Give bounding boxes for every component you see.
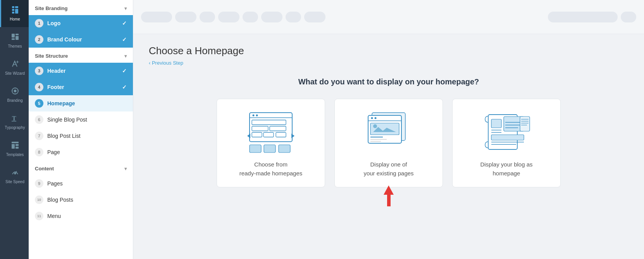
site-wizard-icon [11, 60, 19, 69]
svg-rect-8 [12, 38, 15, 40]
typography-icon: T [11, 114, 19, 123]
topbar-pill-4 [218, 12, 239, 22]
svg-rect-30 [250, 145, 261, 153]
sidebar-item-blog-posts[interactable]: 10 Blog Posts [29, 192, 133, 208]
site-branding-chevron: ▾ [124, 6, 127, 11]
step-num-4: 4 [35, 83, 43, 91]
topbar-pill-6 [261, 12, 282, 22]
svg-rect-53 [491, 135, 524, 140]
nav-item-site-wizard[interactable]: Site Wizard [0, 54, 29, 81]
svg-rect-50 [491, 119, 501, 128]
svg-point-11 [14, 90, 16, 93]
svg-rect-2 [12, 12, 14, 14]
card-label-blog: Display your blog as homepage [480, 160, 532, 178]
svg-rect-15 [12, 144, 15, 149]
content-section-header[interactable]: Content ▾ [29, 160, 133, 175]
sidebar-label-header: Header [47, 68, 118, 74]
topbar-pill-7 [286, 12, 301, 22]
sidebar-label-logo: Logo [47, 20, 118, 26]
svg-rect-26 [270, 126, 286, 131]
topbar-btn [621, 12, 636, 22]
topbar-pill-8 [304, 12, 325, 22]
svg-rect-17 [15, 147, 19, 149]
cards-container: Choose from ready-made homepages [149, 99, 629, 187]
topbar-search [548, 12, 618, 22]
sidebar-label-blog-post-list: Blog Post List [47, 133, 127, 139]
sidebar-label-homepage: Homepage [47, 100, 127, 106]
svg-point-41 [373, 124, 377, 128]
main-content: Choose a Homepage Previous Step What do … [133, 0, 644, 259]
card-ready-made[interactable]: Choose from ready-made homepages [217, 99, 325, 187]
sidebar-item-logo[interactable]: 1 Logo ✓ [29, 15, 133, 31]
svg-rect-28 [263, 132, 274, 137]
branding-icon [11, 87, 19, 96]
sidebar-label-pages: Pages [47, 180, 127, 187]
nav-label-typography: Typography [5, 125, 25, 130]
site-structure-header[interactable]: Site Structure ▾ [29, 48, 133, 63]
sidebar-label-page: Page [47, 149, 127, 155]
card-icon-existing-pages [365, 111, 412, 153]
topbar-right [548, 12, 636, 22]
step-num-10: 10 [35, 196, 43, 204]
sidebar-label-blog-posts: Blog Posts [47, 197, 127, 203]
sidebar-label-footer: Footer [47, 84, 118, 90]
nav-item-typography[interactable]: T Typography [0, 108, 29, 136]
nav-label-site-speed: Site Speed [5, 180, 24, 184]
svg-rect-6 [15, 34, 19, 35]
sidebar-item-homepage[interactable]: 5 Homepage [29, 95, 133, 111]
icon-nav: Home Themes Site Wizard [0, 0, 29, 259]
content-chevron: ▾ [124, 166, 127, 172]
sidebar: Site Branding ▾ 1 Logo ✓ 2 Brand Colour … [29, 0, 133, 259]
nav-item-branding[interactable]: Branding [0, 81, 29, 108]
content-label: Content [35, 166, 54, 172]
breadcrumb[interactable]: Previous Step [149, 60, 629, 66]
svg-rect-27 [252, 132, 262, 137]
sidebar-item-page[interactable]: 8 Page [29, 144, 133, 160]
svg-point-23 [256, 115, 258, 117]
nav-item-themes[interactable]: Themes [0, 27, 29, 54]
page-title: Choose a Homepage [149, 45, 629, 57]
svg-rect-16 [15, 144, 19, 146]
card-icon-blog [483, 111, 530, 153]
nav-label-home: Home [10, 17, 20, 22]
sidebar-item-blog-post-list[interactable]: 7 Blog Post List [29, 128, 133, 144]
sidebar-item-brand-colour[interactable]: 2 Brand Colour ✓ [29, 31, 133, 48]
step-num-2: 2 [35, 35, 43, 44]
svg-rect-7 [15, 36, 19, 40]
svg-rect-5 [12, 34, 15, 38]
sidebar-item-header[interactable]: 3 Header ✓ [29, 63, 133, 79]
card-blog-homepage[interactable]: Display your blog as homepage [452, 99, 561, 187]
step-num-7: 7 [35, 132, 43, 140]
sidebar-item-menu[interactable]: 11 Menu [29, 208, 133, 224]
step-num-8: 8 [35, 148, 43, 156]
site-structure-label: Site Structure [35, 53, 68, 59]
nav-label-templates: Templates [6, 153, 24, 157]
nav-item-site-speed[interactable]: Site Speed [0, 163, 29, 190]
nav-label-site-wizard: Site Wizard [5, 71, 25, 76]
svg-rect-4 [15, 9, 18, 14]
nav-label-branding: Branding [7, 98, 22, 103]
topbar-pill-1 [141, 12, 172, 22]
svg-rect-14 [12, 142, 19, 143]
sidebar-label-single-blog-post: Single Blog Post [47, 117, 127, 123]
site-branding-label: Site Branding [35, 5, 68, 11]
site-branding-header[interactable]: Site Branding ▾ [29, 0, 133, 15]
card-label-existing-pages: Display one of your existing pages [363, 160, 413, 178]
sidebar-item-footer[interactable]: 4 Footer ✓ [29, 79, 133, 95]
topbar-pill-3 [200, 12, 215, 22]
svg-point-9 [17, 61, 18, 63]
nav-item-templates[interactable]: Templates [0, 136, 29, 163]
card-existing-pages[interactable]: Display one of your existing pages [334, 99, 443, 187]
card-label-ready-made: Choose from ready-made homepages [239, 160, 303, 178]
card-icon-ready-made [248, 111, 294, 153]
svg-point-22 [253, 115, 255, 117]
svg-rect-32 [279, 145, 290, 153]
step-num-11: 11 [35, 212, 43, 220]
svg-point-38 [371, 117, 373, 119]
sidebar-item-single-blog-post[interactable]: 6 Single Blog Post [29, 111, 133, 128]
check-footer: ✓ [122, 84, 127, 90]
nav-item-home[interactable]: Home [0, 0, 29, 27]
step-num-6: 6 [35, 115, 43, 124]
sidebar-item-pages[interactable]: 9 Pages [29, 175, 133, 192]
step-num-1: 1 [35, 19, 43, 27]
